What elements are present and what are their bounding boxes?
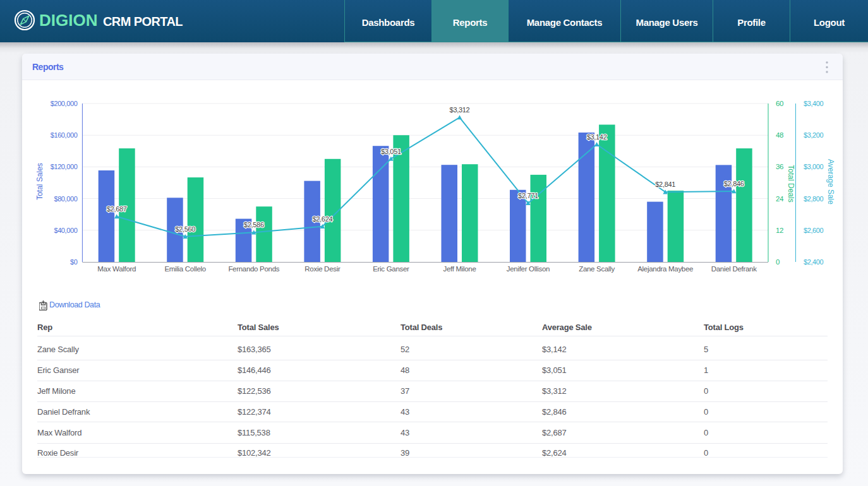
svg-text:Average Sale: Average Sale: [826, 159, 835, 204]
svg-text:Emilia Collelo: Emilia Collelo: [164, 265, 205, 273]
svg-text:$120,000: $120,000: [51, 163, 78, 170]
svg-text:Max Walford: Max Walford: [97, 265, 136, 273]
svg-text:$160,000: $160,000: [51, 131, 78, 139]
svg-text:Fernando Ponds: Fernando Ponds: [228, 265, 279, 273]
svg-text:Jenifer Ollison: Jenifer Ollison: [507, 265, 550, 273]
svg-text:$0: $0: [70, 258, 78, 266]
svg-text:$3,312: $3,312: [450, 106, 470, 114]
svg-text:Daniel Defrank: Daniel Defrank: [711, 265, 757, 273]
svg-text:Alejandra Maybee: Alejandra Maybee: [637, 265, 693, 273]
svg-text:$2,846: $2,846: [724, 180, 744, 187]
svg-text:$2,841: $2,841: [655, 181, 675, 188]
svg-text:Total Deals: Total Deals: [787, 165, 795, 202]
svg-text:$3,200: $3,200: [804, 131, 824, 139]
svg-text:$3,400: $3,400: [804, 100, 824, 107]
svg-text:Total Sales: Total Sales: [35, 163, 44, 200]
svg-text:$2,800: $2,800: [804, 195, 824, 203]
svg-text:$2,400: $2,400: [804, 258, 824, 266]
svg-text:36: 36: [776, 163, 783, 170]
svg-text:Jeff Milone: Jeff Milone: [443, 265, 476, 273]
svg-text:Eric Ganser: Eric Ganser: [373, 265, 409, 273]
svg-text:0: 0: [776, 258, 780, 266]
svg-text:$3,051: $3,051: [381, 148, 401, 155]
svg-text:$2,624: $2,624: [312, 215, 332, 223]
svg-text:Roxie Desir: Roxie Desir: [304, 265, 341, 273]
svg-text:48: 48: [776, 131, 783, 139]
svg-text:$2,600: $2,600: [804, 227, 824, 234]
svg-text:12: 12: [776, 227, 783, 234]
svg-text:$2,586: $2,586: [244, 221, 264, 228]
svg-text:$3,000: $3,000: [804, 163, 824, 170]
svg-text:24: 24: [776, 195, 784, 203]
svg-text:$80,000: $80,000: [54, 195, 77, 203]
svg-text:$2,687: $2,687: [107, 205, 127, 213]
svg-text:$40,000: $40,000: [54, 227, 77, 234]
svg-text:Zane Scally: Zane Scally: [579, 265, 615, 273]
svg-text:$200,000: $200,000: [51, 100, 78, 107]
svg-text:$2,771: $2,771: [518, 192, 538, 199]
svg-text:60: 60: [776, 100, 783, 107]
svg-text:$2,560: $2,560: [175, 225, 195, 233]
svg-text:$3,142: $3,142: [587, 133, 607, 141]
